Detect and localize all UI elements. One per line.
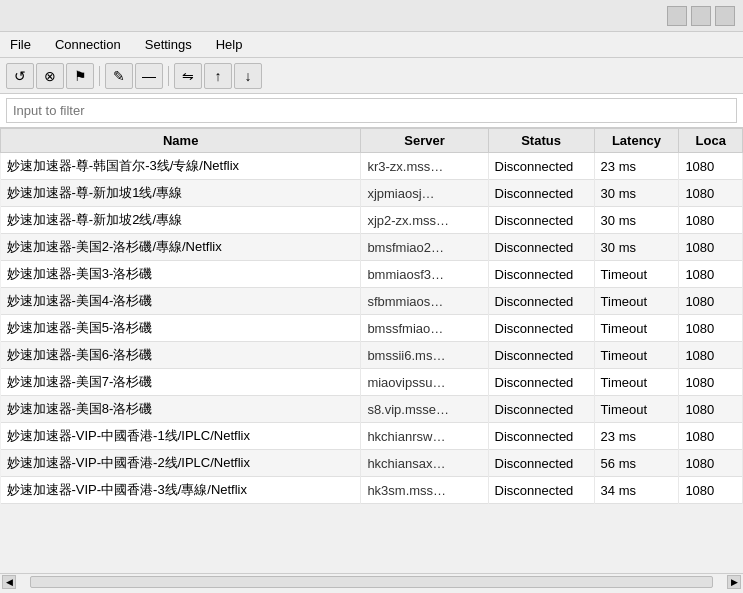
- toolbar: ↺⊗⚑✎—⇋↑↓: [0, 58, 743, 94]
- cell-name: 妙速加速器-美国7-洛杉磯: [1, 369, 361, 396]
- cell-status: Disconnected: [488, 423, 594, 450]
- table-row[interactable]: 妙速加速器-VIP-中國香港-1线/IPLC/Netflixhkchianrsw…: [1, 423, 743, 450]
- connection-table-container[interactable]: Name Server Status Latency Loca 妙速加速器-尊-…: [0, 128, 743, 573]
- window-controls: [667, 6, 735, 26]
- minimize-button[interactable]: [667, 6, 687, 26]
- toolbar-btn-edit[interactable]: ✎: [105, 63, 133, 89]
- cell-server: hk3sm.mss…: [361, 477, 488, 504]
- toolbar-btn-refresh[interactable]: ↺: [6, 63, 34, 89]
- filter-input[interactable]: [6, 98, 737, 123]
- cell-server: hkchiansax…: [361, 450, 488, 477]
- cell-server: bmssii6.ms…: [361, 342, 488, 369]
- cell-local: 1080: [679, 450, 743, 477]
- cell-status: Disconnected: [488, 180, 594, 207]
- cell-latency: Timeout: [594, 369, 679, 396]
- col-header-name: Name: [1, 129, 361, 153]
- cell-status: Disconnected: [488, 369, 594, 396]
- cell-server: miaovipssu…: [361, 369, 488, 396]
- maximize-button[interactable]: [691, 6, 711, 26]
- cell-latency: Timeout: [594, 315, 679, 342]
- col-header-latency: Latency: [594, 129, 679, 153]
- toolbar-btn-share[interactable]: ⇋: [174, 63, 202, 89]
- cell-name: 妙速加速器-尊-新加坡2线/專線: [1, 207, 361, 234]
- table-body: 妙速加速器-尊-韩国首尔-3线/专線/Netflixkr3-zx.mss…Dis…: [1, 153, 743, 504]
- cell-local: 1080: [679, 207, 743, 234]
- table-row[interactable]: 妙速加速器-美国8-洛杉磯s8.vip.msse…DisconnectedTim…: [1, 396, 743, 423]
- cell-server: bmmiaosf3…: [361, 261, 488, 288]
- h-scroll-track[interactable]: [30, 576, 713, 588]
- scroll-right-arrow[interactable]: ▶: [727, 575, 741, 589]
- cell-local: 1080: [679, 234, 743, 261]
- table-row[interactable]: 妙速加速器-VIP-中國香港-2线/IPLC/Netflixhkchiansax…: [1, 450, 743, 477]
- menu-item-file[interactable]: File: [4, 35, 37, 54]
- table-row[interactable]: 妙速加速器-尊-韩国首尔-3线/专線/Netflixkr3-zx.mss…Dis…: [1, 153, 743, 180]
- cell-status: Disconnected: [488, 288, 594, 315]
- cell-latency: 23 ms: [594, 423, 679, 450]
- cell-server: kr3-zx.mss…: [361, 153, 488, 180]
- cell-local: 1080: [679, 153, 743, 180]
- cell-local: 1080: [679, 315, 743, 342]
- table-row[interactable]: 妙速加速器-美国2-洛杉磯/專線/Netflixbmsfmiao2…Discon…: [1, 234, 743, 261]
- cell-latency: Timeout: [594, 288, 679, 315]
- cell-name: 妙速加速器-美国8-洛杉磯: [1, 396, 361, 423]
- cell-name: 妙速加速器-VIP-中國香港-1线/IPLC/Netflix: [1, 423, 361, 450]
- col-header-server: Server: [361, 129, 488, 153]
- cell-local: 1080: [679, 261, 743, 288]
- menu-bar: FileConnectionSettingsHelp: [0, 32, 743, 58]
- cell-latency: 34 ms: [594, 477, 679, 504]
- cell-latency: 30 ms: [594, 180, 679, 207]
- table-row[interactable]: 妙速加速器-美国5-洛杉磯bmssfmiao…DisconnectedTimeo…: [1, 315, 743, 342]
- cell-local: 1080: [679, 369, 743, 396]
- toolbar-btn-flag[interactable]: ⚑: [66, 63, 94, 89]
- cell-server: xjpmiaosj…: [361, 180, 488, 207]
- cell-server: s8.vip.msse…: [361, 396, 488, 423]
- cell-status: Disconnected: [488, 234, 594, 261]
- cell-local: 1080: [679, 423, 743, 450]
- toolbar-btn-up[interactable]: ↑: [204, 63, 232, 89]
- menu-item-connection[interactable]: Connection: [49, 35, 127, 54]
- cell-name: 妙速加速器-美国4-洛杉磯: [1, 288, 361, 315]
- cell-name: 妙速加速器-美国3-洛杉磯: [1, 261, 361, 288]
- toolbar-separator: [168, 66, 169, 86]
- table-row[interactable]: 妙速加速器-尊-新加坡2线/專線xjp2-zx.mss…Disconnected…: [1, 207, 743, 234]
- table-row[interactable]: 妙速加速器-VIP-中國香港-3线/專線/Netflixhk3sm.mss…Di…: [1, 477, 743, 504]
- cell-local: 1080: [679, 288, 743, 315]
- toolbar-separator: [99, 66, 100, 86]
- cell-latency: 30 ms: [594, 234, 679, 261]
- table-row[interactable]: 妙速加速器-美国3-洛杉磯bmmiaosf3…DisconnectedTimeo…: [1, 261, 743, 288]
- cell-name: 妙速加速器-尊-韩国首尔-3线/专線/Netflix: [1, 153, 361, 180]
- cell-status: Disconnected: [488, 207, 594, 234]
- toolbar-btn-down[interactable]: ↓: [234, 63, 262, 89]
- table-row[interactable]: 妙速加速器-美国6-洛杉磯bmssii6.ms…DisconnectedTime…: [1, 342, 743, 369]
- table-row[interactable]: 妙速加速器-美国7-洛杉磯miaovipssu…DisconnectedTime…: [1, 369, 743, 396]
- toolbar-btn-disconnect[interactable]: ⊗: [36, 63, 64, 89]
- cell-local: 1080: [679, 180, 743, 207]
- cell-name: 妙速加速器-美国6-洛杉磯: [1, 342, 361, 369]
- close-button[interactable]: [715, 6, 735, 26]
- cell-local: 1080: [679, 477, 743, 504]
- cell-latency: Timeout: [594, 342, 679, 369]
- cell-name: 妙速加速器-美国5-洛杉磯: [1, 315, 361, 342]
- cell-name: 妙速加速器-VIP-中國香港-3线/專線/Netflix: [1, 477, 361, 504]
- filter-bar: [0, 94, 743, 128]
- scroll-left-arrow[interactable]: ◀: [2, 575, 16, 589]
- toolbar-btn-remove[interactable]: —: [135, 63, 163, 89]
- cell-latency: 23 ms: [594, 153, 679, 180]
- table-row[interactable]: 妙速加速器-尊-新加坡1线/專線xjpmiaosj…Disconnected30…: [1, 180, 743, 207]
- cell-name: 妙速加速器-美国2-洛杉磯/專線/Netflix: [1, 234, 361, 261]
- cell-local: 1080: [679, 342, 743, 369]
- horizontal-scrollbar[interactable]: ◀ ▶: [0, 573, 743, 589]
- cell-latency: Timeout: [594, 261, 679, 288]
- cell-name: 妙速加速器-尊-新加坡1线/專線: [1, 180, 361, 207]
- cell-server: bmsfmiao2…: [361, 234, 488, 261]
- cell-status: Disconnected: [488, 153, 594, 180]
- cell-latency: 30 ms: [594, 207, 679, 234]
- cell-status: Disconnected: [488, 342, 594, 369]
- menu-item-help[interactable]: Help: [210, 35, 249, 54]
- cell-latency: Timeout: [594, 396, 679, 423]
- cell-server: bmssfmiao…: [361, 315, 488, 342]
- menu-item-settings[interactable]: Settings: [139, 35, 198, 54]
- table-row[interactable]: 妙速加速器-美国4-洛杉磯sfbmmiaos…DisconnectedTimeo…: [1, 288, 743, 315]
- cell-server: hkchianrsw…: [361, 423, 488, 450]
- cell-server: xjp2-zx.mss…: [361, 207, 488, 234]
